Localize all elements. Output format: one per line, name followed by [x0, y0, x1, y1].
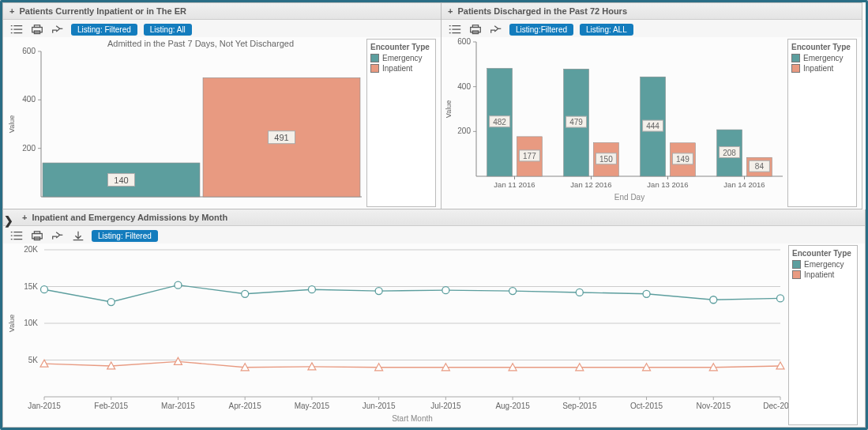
panel-title: Patients Discharged in the Past 72 Hours [457, 6, 627, 16]
svg-text:84: 84 [755, 162, 765, 171]
swatch-inpatient [792, 270, 801, 279]
svg-text:Admitted in the Past 7 Days, N: Admitted in the Past 7 Days, Not Yet Dis… [107, 39, 294, 48]
listing-filtered-button[interactable]: Listing: Filtered [92, 230, 158, 242]
svg-text:Value: Value [8, 115, 16, 133]
swatch-emergency [370, 54, 379, 62]
listing-all-button[interactable]: Listing: All [144, 24, 192, 36]
svg-rect-0 [32, 27, 43, 32]
legend: Encounter Type Emergency Inpatient [366, 39, 436, 207]
svg-text:208: 208 [723, 149, 736, 157]
panel-title: Inpatient and Emergency Admissions by Mo… [32, 213, 227, 222]
chart-current-inpatient: Admitted in the Past 7 Days, Not Yet Dis… [3, 37, 366, 203]
svg-point-105 [242, 290, 249, 297]
legend-emergency: Emergency [803, 54, 844, 62]
toolbar: Listing: Filtered Listing: All [3, 20, 441, 37]
share-icon[interactable] [51, 229, 65, 242]
svg-text:200: 200 [457, 126, 471, 135]
svg-text:400: 400 [457, 82, 471, 91]
svg-text:Jul-2015: Jul-2015 [430, 402, 461, 410]
svg-text:Value: Value [445, 100, 453, 118]
svg-text:Aug-2015: Aug-2015 [495, 402, 530, 410]
svg-text:600: 600 [457, 37, 471, 46]
download-icon[interactable] [71, 229, 85, 242]
svg-text:Nov-2015: Nov-2015 [697, 402, 731, 410]
svg-rect-20 [472, 25, 478, 28]
expand-toggle-icon[interactable]: + [22, 213, 27, 222]
svg-text:Oct-2015: Oct-2015 [630, 402, 663, 410]
svg-rect-65 [34, 232, 39, 234]
svg-point-109 [509, 288, 517, 295]
print-icon[interactable] [468, 23, 483, 36]
svg-text:Mar-2015: Mar-2015 [161, 402, 195, 410]
chart-admissions-by-month: 5K10K15K20KValueJan-2015Feb-2015Mar-2015… [3, 243, 788, 424]
svg-text:140: 140 [114, 175, 128, 185]
svg-text:Value: Value [8, 315, 16, 332]
toolbar: Listing:Filtered Listing: ALL [442, 20, 862, 37]
svg-text:400: 400 [22, 95, 36, 104]
expand-caret-icon[interactable]: ❯ [4, 214, 13, 227]
svg-point-107 [375, 288, 382, 295]
swatch-inpatient [370, 64, 379, 73]
svg-rect-1 [34, 25, 39, 28]
svg-text:Jun-2015: Jun-2015 [363, 402, 396, 410]
svg-text:Feb-2015: Feb-2015 [94, 402, 128, 410]
svg-point-112 [710, 296, 717, 304]
swatch-emergency [792, 260, 801, 269]
svg-rect-64 [32, 233, 43, 238]
svg-text:Jan-2015: Jan-2015 [28, 402, 61, 410]
svg-text:Jan 13 2016: Jan 13 2016 [647, 180, 688, 189]
listing-all-button[interactable]: Listing: ALL [580, 24, 633, 36]
listing-filtered-button[interactable]: Listing:Filtered [509, 24, 573, 36]
legend-inpatient: Inpatient [804, 270, 834, 279]
panel-admissions-by-month: + Inpatient and Emergency Admissions by … [2, 209, 866, 428]
svg-point-111 [643, 290, 650, 297]
svg-text:444: 444 [646, 122, 659, 130]
svg-point-102 [41, 286, 48, 293]
legend-emergency: Emergency [804, 260, 844, 269]
svg-text:600: 600 [22, 47, 36, 55]
panel-header: + Patients Currently Inpatient or in The… [3, 3, 441, 20]
panel-current-inpatient: + Patients Currently Inpatient or in The… [2, 2, 442, 209]
svg-point-110 [576, 289, 583, 296]
print-icon[interactable] [30, 229, 44, 242]
panel-header: + Inpatient and Emergency Admissions by … [3, 209, 865, 226]
svg-text:491: 491 [274, 133, 288, 142]
svg-text:482: 482 [493, 118, 506, 126]
legend-title: Encounter Type [791, 43, 853, 51]
svg-point-104 [175, 281, 182, 289]
svg-text:10K: 10K [24, 319, 38, 327]
expand-toggle-icon[interactable]: + [9, 6, 14, 16]
list-icon[interactable] [448, 23, 462, 36]
svg-text:May-2015: May-2015 [295, 402, 330, 410]
svg-point-106 [308, 286, 315, 293]
svg-text:Jan 14 2016: Jan 14 2016 [723, 180, 765, 189]
expand-toggle-icon[interactable]: + [448, 6, 453, 16]
chart-discharged-72: 200400600ValueJan 11 2016482177Jan 12 20… [442, 37, 787, 203]
share-icon[interactable] [489, 23, 503, 36]
svg-text:5K: 5K [28, 356, 39, 364]
svg-text:479: 479 [569, 118, 583, 126]
list-icon[interactable] [9, 229, 24, 242]
svg-text:20K: 20K [24, 245, 38, 254]
legend-inpatient: Inpatient [382, 64, 412, 73]
panel-title: Patients Currently Inpatient or in The E… [19, 6, 186, 16]
list-icon[interactable] [9, 23, 24, 36]
legend-title: Encounter Type [370, 43, 432, 51]
panel-header: + Patients Discharged in the Past 72 Hou… [442, 3, 862, 20]
listing-filtered-button[interactable]: Listing: Filtered [71, 24, 137, 36]
svg-text:End Day: End Day [614, 193, 644, 202]
legend-emergency: Emergency [382, 54, 423, 62]
svg-text:Jan 11 2016: Jan 11 2016 [494, 180, 535, 189]
svg-text:177: 177 [523, 152, 536, 160]
swatch-emergency [791, 54, 800, 62]
svg-text:15K: 15K [24, 282, 38, 291]
share-icon[interactable] [51, 23, 65, 36]
svg-text:Start Month: Start Month [392, 414, 433, 423]
print-icon[interactable] [30, 23, 44, 36]
legend: Encounter Type Emergency Inpatient [788, 245, 858, 425]
svg-text:Sep-2015: Sep-2015 [562, 402, 597, 410]
svg-text:200: 200 [22, 144, 36, 153]
svg-text:149: 149 [676, 155, 690, 164]
svg-point-113 [777, 295, 784, 302]
svg-point-108 [442, 287, 449, 294]
